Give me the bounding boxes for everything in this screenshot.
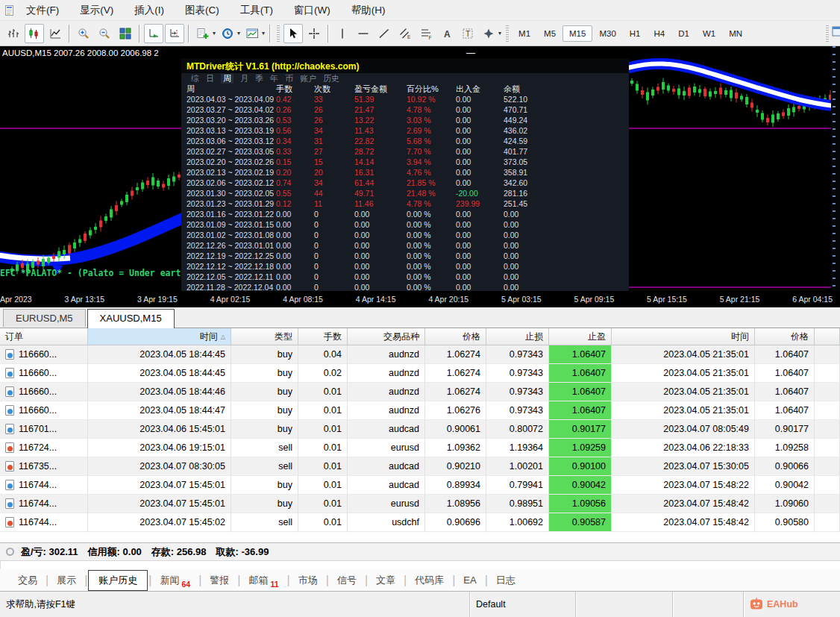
timeframe-MN[interactable]: MN	[722, 25, 749, 42]
clipped-toolbar-icon[interactable]	[823, 25, 840, 42]
chart-canvas-right[interactable]	[629, 46, 831, 291]
order-row[interactable]: 116744...2023.04.07 15:45:01buy0.01eurus…	[0, 495, 840, 513]
stats-tab-季[interactable]: 季	[255, 74, 263, 84]
orders-col-止损[interactable]: 止损	[486, 328, 549, 345]
trendline-button[interactable]	[374, 24, 394, 43]
chart-tab-XAUUSD,M15[interactable]: XAUUSD,M15	[87, 309, 175, 328]
stats-tab-账户[interactable]: 账户	[300, 74, 316, 84]
linechart-button[interactable]	[46, 24, 65, 43]
eahub-link[interactable]: EAHub	[743, 592, 840, 617]
stats-tab-年[interactable]: 年	[270, 74, 278, 84]
bottom-tab-展示[interactable]: 展示	[49, 571, 84, 589]
bottom-tab-市场[interactable]: 市场	[291, 571, 325, 589]
candlestick-button[interactable]	[25, 24, 44, 43]
menu-item-显示(V)[interactable]: 显示(V)	[69, 4, 124, 17]
menu-item-插入(I)[interactable]: 插入(I)	[124, 4, 175, 17]
order-row[interactable]: 116735...2023.04.07 08:30:05sell0.01audc…	[0, 457, 840, 476]
zoom-out-button[interactable]	[95, 24, 114, 43]
crosshair-button[interactable]	[304, 24, 324, 43]
stats-tab-综[interactable]: 综	[191, 74, 199, 84]
timeframe-M30[interactable]: M30	[592, 25, 622, 42]
chart-minimize-icon[interactable]: —	[466, 48, 475, 58]
arrows-shapes-button[interactable]	[479, 24, 498, 43]
orders-col-end[interactable]	[815, 328, 840, 345]
bottom-tab-EA[interactable]: EA	[456, 572, 483, 588]
period-clock-button[interactable]	[218, 24, 237, 43]
chart-shift-button[interactable]	[165, 24, 184, 43]
timeframe-H1[interactable]: H1	[623, 25, 648, 42]
bottom-tab-邮箱[interactable]: 邮箱11	[241, 571, 286, 589]
timeframe-H4[interactable]: H4	[647, 25, 671, 42]
horizontal-line-button[interactable]	[354, 24, 373, 43]
new-order-dropdown[interactable]: ▾	[213, 30, 216, 37]
timeframe-M1[interactable]: M1	[512, 25, 537, 42]
order-row[interactable]: 116660...2023.04.05 18:44:46buy0.01audnz…	[0, 383, 840, 401]
orders-col-价格[interactable]: 价格	[755, 328, 815, 345]
orders-col-时间[interactable]: 时间△	[88, 328, 231, 345]
panel-splitter[interactable]	[0, 561, 840, 569]
timeframe-W1[interactable]: W1	[696, 25, 722, 42]
orders-col-止盈[interactable]: 止盈	[549, 328, 612, 345]
orders-col-订单[interactable]: 订单	[0, 328, 88, 345]
stats-tab-历史[interactable]: 历史	[323, 74, 339, 84]
order-row[interactable]: 116660...2023.04.05 18:44:47buy0.01audnz…	[0, 401, 840, 420]
toolbar-drag-handle[interactable]	[277, 25, 280, 42]
chart-canvas-left[interactable]: EFC *PALATO* - (Palato = Under eart	[0, 46, 181, 291]
period-dropdown[interactable]: ▾	[237, 30, 240, 37]
order-row[interactable]: 116744...2023.04.07 15:45:02sell0.01usdc…	[0, 513, 840, 532]
order-row[interactable]: 116660...2023.04.05 18:44:45buy0.02audnz…	[0, 364, 840, 383]
time-axis[interactable]: Apr 20233 Apr 13:153 Apr 19:154 Apr 02:1…	[0, 291, 840, 307]
cursor-button[interactable]	[283, 24, 303, 43]
tile-windows-button[interactable]	[116, 24, 135, 43]
orders-col-时间[interactable]: 时间	[612, 328, 755, 345]
timeframe-M5[interactable]: M5	[537, 25, 562, 42]
price-scale	[831, 46, 840, 291]
menu-item-文件(F)[interactable]: 文件(F)	[16, 4, 69, 17]
order-row[interactable]: 116724...2023.04.06 19:15:01sell0.01euru…	[0, 439, 840, 457]
menu-item-帮助(H)[interactable]: 帮助(H)	[341, 4, 396, 17]
menu-item-窗口(W)[interactable]: 窗口(W)	[283, 4, 341, 17]
zoom-in-button[interactable]	[74, 24, 93, 43]
bottom-tab-警报[interactable]: 警报	[202, 571, 236, 589]
bottom-tab-新闻[interactable]: 新闻64	[152, 571, 198, 589]
orders-col-类型[interactable]: 类型	[231, 328, 298, 345]
stats-tab-日[interactable]: 日	[206, 74, 214, 84]
chart-region: AUUSD,M15 2007.26 2008.00 2006.98 2 — EF…	[0, 46, 840, 291]
chart-tab-EURUSD,M5[interactable]: EURUSD,M5	[3, 309, 86, 327]
stats-tab-币[interactable]: 币	[285, 74, 293, 84]
bottom-tab-文章[interactable]: 文章	[369, 571, 403, 589]
stats-tab-月[interactable]: 月	[240, 74, 248, 84]
text-label-button[interactable]: T	[458, 24, 477, 43]
bottom-tab-信号[interactable]: 信号	[330, 571, 364, 589]
bottom-tab-代码库[interactable]: 代码库	[407, 571, 451, 589]
new-order-button[interactable]	[193, 24, 213, 43]
order-row[interactable]: 116701...2023.04.06 15:45:01buy0.01audca…	[0, 420, 840, 439]
vertical-line-button[interactable]	[333, 24, 352, 43]
bottom-tab-交易[interactable]: 交易	[10, 571, 45, 589]
orders-col-手数[interactable]: 手数	[298, 328, 348, 345]
order-row[interactable]: 116660...2023.04.05 18:44:45buy0.04audnz…	[0, 345, 840, 364]
equidistant-channel-button[interactable]: E	[395, 24, 415, 43]
buy-order-icon	[5, 498, 14, 509]
indicators-dropdown[interactable]: ▾	[262, 30, 265, 37]
summary-values: 盈/亏: 302.11信用额: 0.00存款: 256.98取款: -36.99	[21, 545, 278, 559]
stats-panel-title[interactable]: MTDriver统计 V1.61 (http://chaokes.com)	[181, 58, 629, 73]
menu-item-图表(C)[interactable]: 图表(C)	[175, 4, 230, 17]
autoscroll-button[interactable]	[144, 24, 163, 43]
timeframe-D1[interactable]: D1	[671, 25, 696, 42]
barchart-button[interactable]	[4, 24, 23, 43]
arrows-dropdown[interactable]: ▾	[498, 30, 501, 37]
stats-tab-周[interactable]: 周	[221, 74, 233, 84]
indicators-button[interactable]	[242, 24, 262, 43]
orders-col-交易品种[interactable]: 交易品种	[348, 328, 425, 345]
order-row[interactable]: 116744...2023.04.07 15:45:01buy0.01audca…	[0, 476, 840, 495]
profile-selector[interactable]: Default	[469, 592, 575, 617]
toolbar-drag-handle[interactable]	[506, 25, 509, 42]
bottom-tab-日志[interactable]: 日志	[489, 571, 523, 589]
fibonacci-button[interactable]: F	[416, 24, 436, 43]
timeframe-M15[interactable]: M15	[562, 25, 592, 42]
bottom-tab-账户历史[interactable]: 账户历史	[88, 570, 148, 591]
orders-col-价格[interactable]: 价格	[425, 328, 486, 345]
menu-item-工具(T)[interactable]: 工具(T)	[230, 4, 283, 17]
text-button[interactable]: A	[437, 24, 457, 43]
